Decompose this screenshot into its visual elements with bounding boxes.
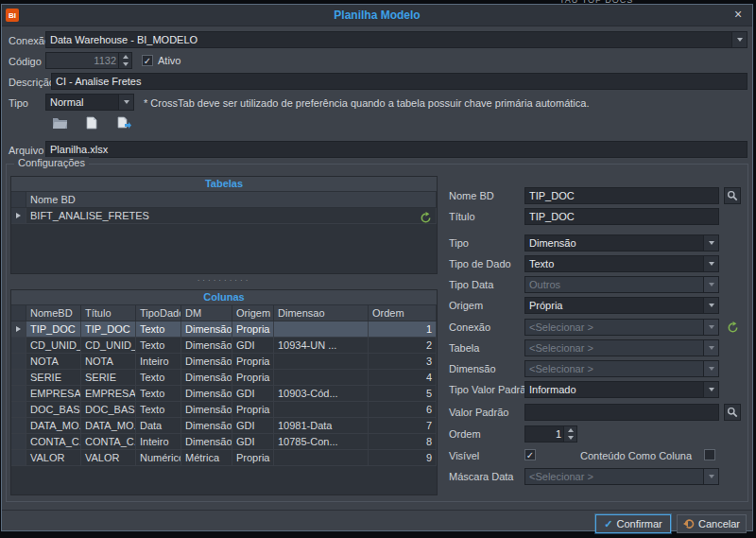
cell-nome[interactable]: VALOR — [26, 450, 81, 466]
checkbox-check-icon[interactable]: ✓ — [142, 55, 153, 66]
spin-buttons[interactable] — [563, 426, 576, 442]
cell-dm[interactable]: Dimensão — [181, 434, 232, 450]
confirmar-button[interactable]: ✓ Confirmar — [595, 514, 671, 533]
cell-dimensao[interactable]: 10981-Data — [274, 418, 369, 434]
cell-nome[interactable]: SERIE — [26, 370, 81, 386]
chevron-down-icon[interactable] — [118, 95, 133, 110]
visivel-checkbox[interactable]: ✓ — [524, 448, 536, 461]
cell-nome[interactable]: EMPRESA — [26, 386, 81, 402]
spin-buttons[interactable] — [118, 53, 131, 68]
cell-titulo[interactable]: EMPRESA — [81, 386, 136, 402]
checkbox-empty-icon[interactable] — [704, 449, 715, 460]
cell-dimensao[interactable] — [274, 354, 369, 370]
column-header[interactable]: DM — [181, 305, 232, 321]
cell-dm[interactable]: Dimensão — [181, 402, 232, 418]
cell-ordem[interactable]: 8 — [369, 434, 437, 450]
column-header[interactable]: Ordem — [369, 305, 437, 321]
titulo-input[interactable]: TIP_DOC — [524, 208, 719, 225]
cell-tipodado[interactable]: Texto — [136, 321, 181, 338]
cell-titulo[interactable]: CONTA_C... — [81, 434, 136, 450]
refresh-icon[interactable] — [417, 209, 434, 226]
cell-nome[interactable]: DOC_BASE — [26, 402, 81, 418]
cell-dm[interactable]: Dimensão — [181, 418, 232, 434]
export-file-icon[interactable] — [112, 113, 136, 133]
cell-nome-bd[interactable]: BIFT_ANALISE_FRETES — [26, 208, 437, 224]
cell-origem[interactable]: GDI — [232, 338, 274, 354]
column-header[interactable]: Origem — [232, 305, 274, 321]
splitter-handle[interactable]: ·········· — [10, 278, 438, 284]
cancelar-button[interactable]: Cancelar — [677, 514, 747, 533]
cell-titulo[interactable]: TIP_DOC — [81, 321, 136, 338]
cell-ordem[interactable]: 9 — [369, 450, 437, 466]
cell-origem[interactable]: GDI — [232, 386, 274, 402]
cell-nome[interactable]: DATA_MO... — [26, 418, 81, 434]
cell-tipodado[interactable]: Numérico — [136, 450, 181, 466]
search-icon[interactable] — [724, 187, 741, 204]
cell-ordem[interactable]: 6 — [369, 402, 437, 418]
titlebar[interactable]: BI Planilha Modelo × — [2, 5, 752, 26]
cell-titulo[interactable]: NOTA — [81, 354, 136, 370]
chevron-down-icon[interactable] — [731, 32, 747, 47]
ativo-checkbox[interactable]: ✓ Ativo — [142, 54, 180, 67]
table-row[interactable]: CONTA_C...CONTA_C...InteiroDimensãoGDI10… — [11, 434, 437, 450]
table-row[interactable]: EMPRESAEMPRESATextoDimensãoGDI10903-Cód.… — [11, 386, 437, 402]
cell-titulo[interactable]: DATA_MO... — [81, 418, 136, 434]
cell-nome[interactable]: NOTA — [26, 354, 81, 370]
cell-ordem[interactable]: 5 — [369, 386, 437, 402]
cell-tipodado[interactable]: Inteiro — [136, 434, 181, 450]
cell-ordem[interactable]: 1 — [369, 321, 437, 338]
table-row[interactable]: DOC_BASEDOC_BASETextoDimensãoPropria6 — [11, 402, 437, 418]
cell-dimensao[interactable] — [274, 402, 369, 418]
cell-titulo[interactable]: DOC_BASE — [81, 402, 136, 418]
cell-dm[interactable]: Métrica — [181, 450, 232, 466]
cell-dm[interactable]: Dimensão — [181, 338, 232, 354]
cell-tipodado[interactable]: Data — [136, 418, 181, 434]
cell-origem[interactable]: GDI — [232, 418, 274, 434]
cell-ordem[interactable]: 2 — [369, 338, 437, 354]
cell-dimensao[interactable]: 10903-Cód... — [274, 386, 369, 402]
cell-origem[interactable]: Propria — [232, 370, 274, 386]
chevron-down-icon[interactable] — [703, 382, 718, 397]
descricao-input[interactable]: CI - Analise Fretes — [51, 73, 747, 90]
valor-padrao-input[interactable] — [524, 404, 719, 421]
table-row[interactable]: TIP_DOCTIP_DOCTextoDimensãoPropria1 — [11, 321, 437, 338]
origem-combo[interactable]: Própria — [524, 297, 719, 314]
arquivo-input[interactable]: Planilha.xlsx — [45, 141, 747, 158]
cell-nome[interactable]: CD_UNID_... — [26, 338, 81, 354]
table-row[interactable]: VALORVALORNuméricoMétricaPropria9 — [11, 450, 437, 466]
cell-dm[interactable]: Dimensão — [181, 386, 232, 402]
cell-tipodado[interactable]: Texto — [136, 338, 181, 354]
tipo-detail-combo[interactable]: Dimensão — [524, 234, 719, 252]
column-header-nome-bd[interactable]: Nome BD — [26, 192, 437, 208]
close-icon[interactable]: × — [730, 6, 747, 23]
cell-titulo[interactable]: CD_UNID_... — [81, 338, 136, 354]
cell-dimensao[interactable]: 10934-UN ... — [274, 338, 369, 354]
checkbox-check-icon[interactable]: ✓ — [524, 449, 536, 460]
conexao-combo[interactable]: Data Warehouse - BI_MODELO — [45, 31, 747, 48]
cell-dimensao[interactable] — [274, 370, 369, 386]
table-row[interactable]: SERIESERIETextoDimensãoPropria4 — [11, 370, 437, 386]
cell-dm[interactable]: Dimensão — [181, 354, 232, 370]
nome-bd-input[interactable]: TIP_DOC — [524, 187, 719, 204]
cell-origem[interactable]: Propria — [232, 402, 274, 418]
cell-tipodado[interactable]: Texto — [136, 370, 181, 386]
cell-origem[interactable]: Propria — [232, 354, 274, 370]
chevron-down-icon[interactable] — [703, 298, 718, 313]
tipo-valor-padrao-combo[interactable]: Informado — [524, 381, 719, 398]
new-file-icon[interactable] — [79, 113, 104, 133]
table-row[interactable]: CD_UNID_...CD_UNID_...TextoDimensãoGDI10… — [11, 338, 437, 354]
cell-dm[interactable]: Dimensão — [181, 321, 232, 338]
chevron-down-icon[interactable] — [703, 256, 718, 271]
cell-dimensao[interactable]: 10785-Con... — [274, 434, 369, 450]
cell-ordem[interactable]: 4 — [369, 370, 437, 386]
cell-titulo[interactable]: SERIE — [81, 370, 136, 386]
codigo-spinner[interactable]: 1132 — [45, 52, 132, 69]
column-header[interactable]: NomeBD — [26, 305, 81, 321]
cell-tipodado[interactable]: Inteiro — [136, 354, 181, 370]
tipo-combo[interactable]: Normal — [45, 94, 134, 111]
refresh-icon[interactable] — [724, 319, 741, 336]
search-icon[interactable] — [724, 404, 741, 421]
cell-origem[interactable]: Propria — [232, 321, 274, 338]
cell-tipodado[interactable]: Texto — [136, 402, 181, 418]
column-header[interactable]: Título — [81, 305, 136, 321]
